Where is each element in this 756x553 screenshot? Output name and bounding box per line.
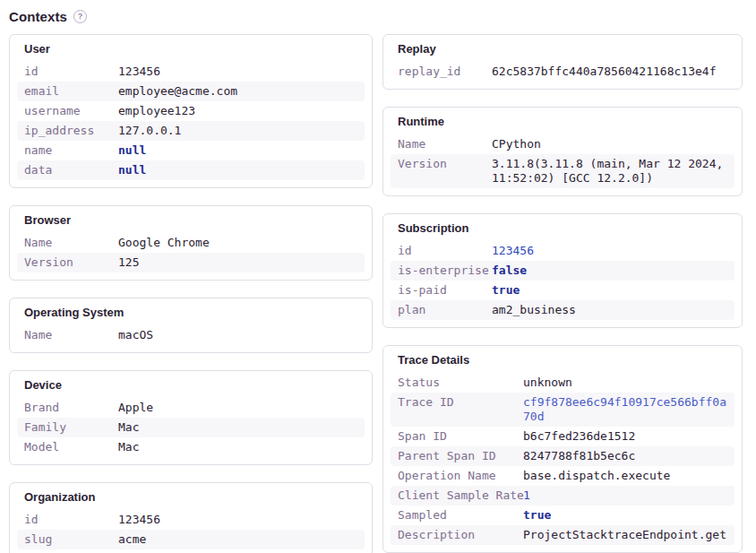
- card-title: Operating System: [17, 304, 365, 325]
- key-value-table: NamemacOS: [17, 325, 365, 345]
- context-value: macOS: [118, 328, 361, 342]
- card-title: Trace Details: [391, 351, 735, 373]
- context-key: Name: [398, 137, 492, 151]
- context-row: DescriptionProjectStacktraceEndpoint.get: [391, 525, 735, 545]
- context-key: Brand: [24, 401, 118, 415]
- context-value: 123456: [118, 65, 361, 79]
- context-row: slugacme: [17, 530, 365, 549]
- context-value: Mac: [118, 420, 361, 435]
- context-value: Google Chrome: [118, 236, 361, 250]
- section-header: Contexts ?: [9, 9, 743, 24]
- context-key: username: [24, 104, 118, 118]
- context-row: planam2_business: [391, 300, 735, 320]
- context-key: slug: [24, 532, 118, 547]
- context-row: NameGoogle Chrome: [17, 233, 365, 253]
- context-row: BrandApple: [17, 398, 365, 418]
- context-key: id: [24, 513, 118, 527]
- key-value-table: StatusunknownTrace IDcf9f878ee6c94f10917…: [391, 373, 735, 545]
- context-value: 123456: [118, 513, 361, 527]
- context-key: plan: [398, 303, 492, 317]
- context-key: id: [398, 244, 492, 258]
- context-key: Client Sample Rate: [398, 488, 523, 503]
- context-value: Apple: [118, 401, 361, 415]
- context-row: namenull: [17, 141, 365, 160]
- context-value: 123456: [492, 244, 731, 258]
- context-key: ip_address: [24, 124, 118, 138]
- key-value-table: id123456emailemployee@acme.comusernameem…: [17, 62, 365, 180]
- context-key: email: [24, 84, 118, 99]
- context-key: Sampled: [398, 508, 523, 523]
- context-value: acme: [118, 532, 361, 547]
- context-row: Sampledtrue: [391, 505, 735, 525]
- context-value: CPython: [492, 137, 731, 151]
- context-row: ip_address127.0.0.1: [17, 121, 365, 141]
- context-card-organization: Organizationid123456slugacme: [9, 482, 373, 553]
- context-row: Span IDb6c7fed236de1512: [391, 427, 735, 446]
- context-row: is-enterprisefalse: [391, 261, 735, 281]
- key-value-table: id123456is-enterprisefalseis-paidtruepla…: [391, 241, 735, 320]
- context-key: Description: [398, 528, 523, 542]
- context-row: FamilyMac: [17, 418, 365, 437]
- context-key: Operation Name: [398, 469, 523, 483]
- help-icon[interactable]: ?: [73, 10, 87, 23]
- context-key: is-paid: [398, 283, 492, 298]
- context-key: Version: [398, 157, 492, 186]
- contexts-section: Contexts ? Userid123456emailemployee@acm…: [0, 0, 756, 553]
- column-right: Replayreplay_id62c5837bffc440a7856042116…: [382, 34, 743, 553]
- context-row: Operation Namebase.dispatch.execute: [391, 466, 735, 486]
- context-columns: Userid123456emailemployee@acme.comuserna…: [9, 34, 743, 553]
- context-value: am2_business: [492, 303, 731, 317]
- context-key: Span ID: [398, 429, 523, 444]
- context-key: Name: [24, 236, 118, 250]
- context-card-replay: Replayreplay_id62c5837bffc440a7856042116…: [382, 34, 743, 90]
- key-value-table: BrandAppleFamilyMacModelMac: [17, 398, 365, 457]
- context-row: Statusunknown: [391, 373, 735, 393]
- page-title: Contexts: [9, 9, 67, 24]
- context-value: unknown: [523, 376, 731, 390]
- context-value: Mac: [118, 440, 361, 454]
- card-title: Organization: [17, 488, 365, 510]
- key-value-table: NameCPythonVersion3.11.8(3.11.8 (main, M…: [391, 134, 735, 188]
- context-card-user: Userid123456emailemployee@acme.comuserna…: [9, 34, 373, 188]
- context-card-operating-system: Operating SystemNamemacOS: [9, 298, 373, 353]
- context-row: NamemacOS: [17, 325, 365, 345]
- context-row: Parent Span ID8247788f81b5ec6c: [391, 446, 735, 466]
- card-title: User: [17, 40, 365, 62]
- context-value: b6c7fed236de1512: [523, 429, 731, 444]
- context-card-browser: BrowserNameGoogle ChromeVersion125: [9, 205, 373, 281]
- card-title: Device: [17, 376, 365, 398]
- context-row: id123456: [17, 62, 365, 82]
- context-row: usernameemployee123: [17, 101, 365, 121]
- context-row: Version3.11.8(3.11.8 (main, Mar 12 2024,…: [391, 154, 735, 188]
- key-value-table: NameGoogle ChromeVersion125: [17, 233, 365, 272]
- card-title: Runtime: [391, 113, 735, 134]
- context-key: id: [24, 65, 118, 79]
- context-key: replay_id: [398, 65, 492, 79]
- context-key: is-enterprise: [398, 264, 492, 278]
- context-key: Model: [24, 440, 118, 454]
- context-row: Client Sample Rate1: [391, 486, 735, 505]
- context-key: Name: [24, 328, 118, 342]
- context-key: Family: [24, 420, 118, 435]
- context-value: ProjectStacktraceEndpoint.get: [523, 528, 731, 542]
- context-value-link[interactable]: cf9f878ee6c94f10917ce566bff0a70d: [523, 395, 731, 424]
- context-value: 127.0.0.1: [118, 124, 361, 138]
- context-card-trace-details: Trace DetailsStatusunknownTrace IDcf9f87…: [382, 345, 743, 553]
- context-card-device: DeviceBrandAppleFamilyMacModelMac: [9, 370, 373, 465]
- context-value: true: [492, 283, 731, 298]
- context-value: 125: [118, 255, 361, 270]
- context-row: emailemployee@acme.com: [17, 82, 365, 101]
- context-value: false: [492, 264, 731, 278]
- context-key: Version: [24, 255, 118, 270]
- card-title: Replay: [391, 40, 735, 62]
- context-row: ModelMac: [17, 437, 365, 457]
- context-value: null: [118, 163, 361, 177]
- context-key: name: [24, 143, 118, 158]
- context-value: true: [523, 508, 731, 523]
- context-card-runtime: RuntimeNameCPythonVersion3.11.8(3.11.8 (…: [382, 107, 743, 196]
- context-row: datanull: [17, 160, 365, 180]
- context-key: Parent Span ID: [398, 449, 523, 463]
- context-value: 62c5837bffc440a78560421168c13e4f: [492, 65, 731, 79]
- context-key: Status: [398, 376, 523, 390]
- context-row: id123456: [391, 241, 735, 261]
